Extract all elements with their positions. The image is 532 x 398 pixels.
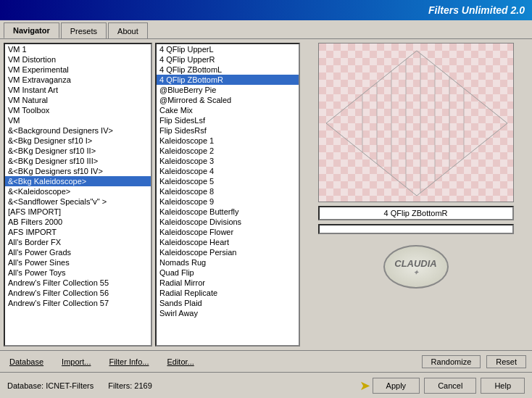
filter-item[interactable]: Nomads Rug — [157, 257, 299, 268]
database-label: Database: — [7, 381, 43, 390]
status-bar: Database: ICNET-Filters Filters: 2169 ➤ … — [0, 372, 532, 398]
list-item[interactable]: &<Kaleidoscope> — [5, 186, 151, 196]
filter-item[interactable]: Kaleidoscope Divisions — [157, 217, 299, 227]
filter-item[interactable]: Flip SidesRsf — [157, 125, 299, 136]
filters-status: Filters: 2169 — [108, 381, 152, 390]
filter-item[interactable]: Kaleidoscope Flower — [157, 227, 299, 237]
preview-canvas — [318, 43, 514, 202]
list-item[interactable]: AFS IMPORT — [5, 227, 151, 237]
database-value: ICNET-Filters — [46, 381, 93, 390]
main-content: VM 1 VM Distortion VM Experimental VM Ex… — [0, 39, 532, 350]
list-item[interactable]: VM Natural — [5, 95, 151, 105]
list-item[interactable]: &<Bkg Designer sf10 I> — [5, 136, 151, 146]
title-bar: Filters Unlimited 2.0 — [0, 0, 532, 20]
watermark-icon: ✦ — [413, 269, 419, 276]
filter-item[interactable]: 4 QFlip UpperR — [157, 54, 299, 65]
list-item[interactable]: &<BKg Designers sf10 IV> — [5, 166, 151, 176]
preview-svg — [319, 43, 514, 202]
list-item-selected[interactable]: &<Bkg Kaleidoscope> ➤ — [5, 176, 151, 186]
filter-item[interactable]: Kaleidoscope 3 — [157, 156, 299, 166]
filter-list[interactable]: 4 QFlip UpperL 4 QFlip UpperR 4 QFlip ZB… — [157, 44, 299, 345]
bottom-toolbar: Database Import... Filter Info... Editor… — [0, 350, 532, 372]
left-panel: VM 1 VM Distortion VM Experimental VM Ex… — [4, 43, 152, 347]
filter-item[interactable]: Kaleidoscope Butterfly — [157, 207, 299, 217]
list-item[interactable]: VM — [5, 115, 151, 125]
filter-item[interactable]: Kaleidoscope 9 — [157, 196, 299, 207]
list-item[interactable]: All's Power Grads — [5, 247, 151, 257]
filter-item[interactable]: Kaleidoscope Persian — [157, 247, 299, 257]
filter-item[interactable]: @Mirrored & Scaled — [157, 95, 299, 105]
filter-item[interactable]: Swirl Away — [157, 308, 299, 318]
reset-button[interactable]: Reset — [486, 355, 526, 368]
filter-item[interactable]: Kaleidoscope 1 — [157, 136, 299, 146]
filter-item[interactable]: Sands Plaid — [157, 298, 299, 308]
import-button[interactable]: Import... — [58, 357, 94, 366]
list-item[interactable]: &<BKg Designer sf10 III> — [5, 156, 151, 166]
database-button[interactable]: Database — [6, 357, 47, 366]
right-panel: 4 QFlip ZBottomR CLAUDIA ✦ — [303, 43, 528, 347]
list-item[interactable]: VM Toolbox — [5, 105, 151, 115]
list-item[interactable]: Andrew's Filter Collection 55 — [5, 278, 151, 288]
title-text: Filters Unlimited 2.0 — [428, 4, 525, 16]
watermark-text: CLAUDIA — [394, 258, 437, 269]
filter-item[interactable]: Kaleidoscope 4 — [157, 166, 299, 176]
filter-item[interactable]: Quad Flip — [157, 268, 299, 278]
list-item[interactable]: [AFS IMPORT] — [5, 207, 151, 217]
filters-value: 2169 — [134, 381, 151, 390]
filter-item[interactable]: 4 QFlip UpperL — [157, 44, 299, 54]
right-toolbar-buttons: Randomize Reset — [422, 355, 526, 368]
watermark-area: CLAUDIA ✦ — [318, 238, 514, 296]
progress-bar — [318, 224, 514, 234]
svg-rect-4 — [319, 43, 514, 202]
list-item[interactable]: VM Experimental — [5, 65, 151, 75]
filter-item[interactable]: 4 QFlip ZBottomL — [157, 65, 299, 75]
category-list[interactable]: VM 1 VM Distortion VM Experimental VM Ex… — [5, 44, 151, 345]
tab-navigator[interactable]: Navigator — [4, 22, 59, 38]
filter-item[interactable]: Kaleidoscope 5 — [157, 176, 299, 186]
filters-label: Filters: — [108, 381, 132, 390]
database-status: Database: ICNET-Filters — [7, 381, 93, 390]
filter-item[interactable]: Kaleidoscope 8 — [157, 186, 299, 196]
list-item[interactable]: VM Distortion — [5, 54, 151, 65]
selected-filter-name: 4 QFlip ZBottomR — [383, 209, 447, 217]
filter-info-button[interactable]: Filter Info... — [105, 357, 152, 366]
filter-name-display: 4 QFlip ZBottomR — [318, 206, 514, 220]
filter-item-selected[interactable]: 4 QFlip ZBottomR ➤ — [157, 75, 299, 85]
filter-item[interactable]: Flip SidesLsf — [157, 115, 299, 125]
filter-item[interactable]: @BlueBerry Pie — [157, 85, 299, 95]
filter-item[interactable]: Radial Mirror — [157, 278, 299, 288]
filter-item[interactable]: Cake Mix — [157, 105, 299, 115]
filter-item[interactable]: Kaleidoscope 2 — [157, 146, 299, 156]
randomize-button[interactable]: Randomize — [422, 355, 481, 368]
list-item[interactable]: AB Filters 2000 — [5, 217, 151, 227]
editor-button[interactable]: Editor... — [163, 357, 197, 366]
watermark: CLAUDIA ✦ — [383, 245, 449, 289]
list-item[interactable]: &<Sandflower Specials"v" > — [5, 196, 151, 207]
filter-item[interactable]: Kaleidoscope Heart — [157, 237, 299, 247]
list-item[interactable]: All's Power Sines — [5, 257, 151, 268]
apply-arrow-icon: ➤ — [359, 378, 370, 394]
list-item[interactable]: Andrew's Filter Collection 57 — [5, 298, 151, 308]
apply-button[interactable]: Apply — [373, 378, 420, 394]
list-item[interactable]: VM Instant Art — [5, 85, 151, 95]
middle-panel: 4 QFlip UpperL 4 QFlip UpperR 4 QFlip ZB… — [155, 43, 300, 347]
list-item[interactable]: &<BKg Designer sf10 II> — [5, 146, 151, 156]
category-list-container[interactable]: VM 1 VM Distortion VM Experimental VM Ex… — [4, 43, 152, 347]
action-buttons: ➤ Apply Cancel Help — [359, 378, 525, 394]
help-button[interactable]: Help — [481, 378, 525, 394]
filter-list-container[interactable]: 4 QFlip UpperL 4 QFlip UpperR 4 QFlip ZB… — [155, 43, 300, 347]
list-item[interactable]: All's Border FX — [5, 237, 151, 247]
filter-item[interactable]: Radial Replicate — [157, 288, 299, 298]
list-item[interactable]: All's Power Toys — [5, 268, 151, 278]
tab-bar: Navigator Presets About — [0, 20, 532, 39]
tab-about[interactable]: About — [108, 22, 148, 38]
cancel-button[interactable]: Cancel — [424, 378, 476, 394]
list-item[interactable]: VM Extravaganza — [5, 75, 151, 85]
list-item[interactable]: VM 1 — [5, 44, 151, 54]
tab-presets[interactable]: Presets — [61, 22, 107, 38]
list-item[interactable]: Andrew's Filter Collection 56 — [5, 288, 151, 298]
list-item[interactable]: &<Background Designers IV> — [5, 125, 151, 136]
